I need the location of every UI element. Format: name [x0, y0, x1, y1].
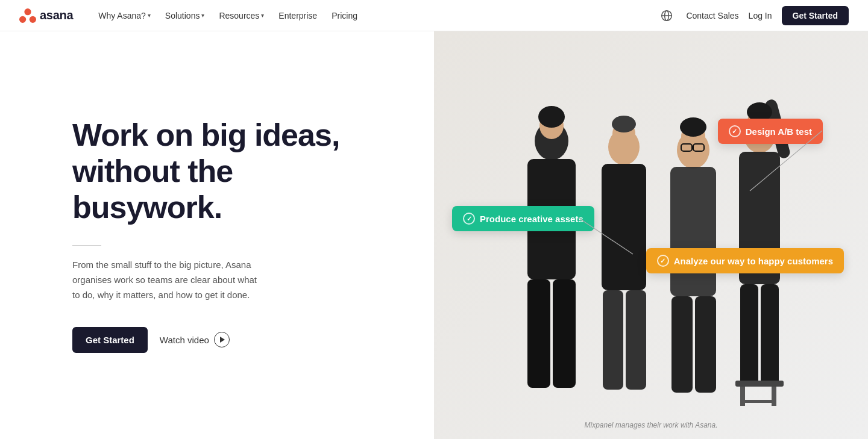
- svg-rect-9: [527, 279, 550, 388]
- login-link[interactable]: Log In: [749, 11, 772, 20]
- svg-rect-31: [761, 284, 779, 387]
- task-badge-design-ab: ✓ Design A/B test: [718, 119, 823, 144]
- nav-item-enterprise[interactable]: Enterprise: [272, 7, 323, 24]
- svg-rect-36: [735, 381, 784, 387]
- page-container: Work on big ideas, without the busywork.…: [0, 0, 868, 439]
- svg-point-17: [612, 116, 636, 132]
- svg-point-11: [538, 106, 565, 128]
- svg-rect-37: [743, 400, 776, 403]
- svg-point-0: [24, 8, 31, 15]
- image-caption: Mixpanel manages their work with Asana.: [585, 421, 718, 429]
- svg-point-1: [19, 16, 26, 22]
- nav-links: Why Asana? ▾ Solutions ▾ Resources ▾ Ent…: [92, 7, 657, 24]
- svg-rect-16: [626, 290, 646, 390]
- svg-rect-15: [603, 290, 623, 390]
- nav-item-resources[interactable]: Resources ▾: [213, 7, 270, 24]
- nav-item-pricing[interactable]: Pricing: [326, 7, 363, 24]
- svg-point-26: [680, 117, 706, 137]
- svg-rect-21: [671, 296, 693, 393]
- hero-divider: [72, 245, 101, 246]
- task-badge-analyze: ✓ Analyze our way to happy customers: [646, 248, 844, 273]
- check-icon: ✓: [729, 125, 741, 137]
- svg-rect-20: [670, 167, 716, 296]
- svg-rect-30: [740, 284, 758, 387]
- hero-description: From the small stuff to the big picture,…: [72, 258, 265, 302]
- hero-left-panel: Work on big ideas, without the busywork.…: [0, 31, 434, 439]
- task-badge-creative-assets: ✓ Produce creative assets: [452, 206, 594, 231]
- logo[interactable]: asana: [19, 8, 73, 23]
- hero-illustration: ✓ Design A/B test ✓ Produce creative ass…: [434, 31, 868, 439]
- hero-title: Work on big ideas, without the busywork.: [72, 117, 386, 225]
- play-icon: [214, 332, 230, 347]
- check-icon: ✓: [657, 255, 669, 267]
- nav-right-actions: Contact Sales Log In Get Started: [657, 6, 849, 25]
- svg-rect-14: [602, 164, 646, 290]
- chevron-down-icon: ▾: [261, 12, 264, 19]
- svg-rect-22: [695, 296, 716, 393]
- nav-get-started-button[interactable]: Get Started: [782, 6, 849, 25]
- nav-item-solutions[interactable]: Solutions ▾: [159, 7, 211, 24]
- hero-actions: Get Started Watch video: [72, 327, 386, 353]
- chevron-down-icon: ▾: [201, 12, 204, 19]
- play-triangle-icon: [220, 337, 225, 343]
- language-selector[interactable]: [657, 6, 676, 25]
- hero-get-started-button[interactable]: Get Started: [72, 327, 148, 353]
- navbar: asana Why Asana? ▾ Solutions ▾ Resources…: [0, 0, 868, 31]
- chevron-down-icon: ▾: [148, 12, 151, 19]
- check-icon: ✓: [463, 213, 475, 225]
- watch-video-button[interactable]: Watch video: [160, 332, 230, 347]
- logo-text: asana: [40, 8, 73, 22]
- hero-right-panel: ✓ Design A/B test ✓ Produce creative ass…: [434, 31, 868, 439]
- nav-item-why-asana[interactable]: Why Asana? ▾: [92, 7, 157, 24]
- contact-sales-link[interactable]: Contact Sales: [686, 11, 738, 20]
- svg-point-2: [30, 16, 36, 22]
- svg-rect-10: [553, 279, 576, 388]
